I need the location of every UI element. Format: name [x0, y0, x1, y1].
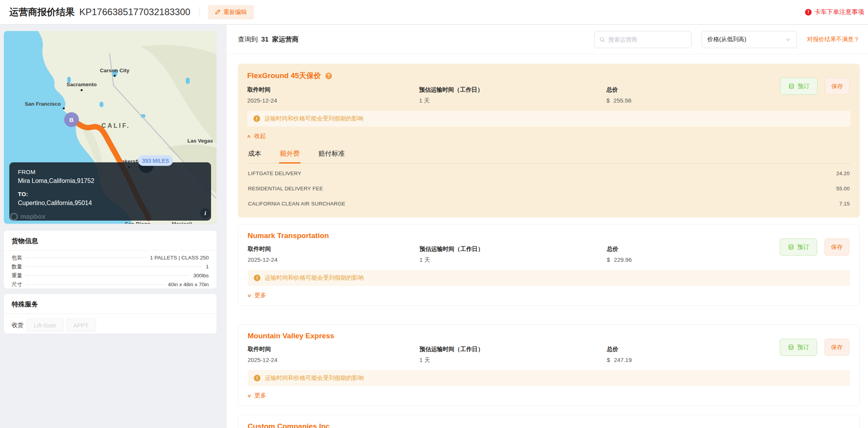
- total-amount: 247.19: [614, 357, 632, 363]
- truck-order-notice-link[interactable]: ! 卡车下单注意事项: [805, 8, 864, 16]
- leader-dots: [26, 257, 146, 258]
- carrier-title-row: FlexGround 45天保价 ?: [247, 71, 851, 81]
- quote-info-row: 取件时间 2025-12-24 预估运输时间（工作日） 1 天 总价 $ 229…: [248, 245, 850, 264]
- cargo-label: 尺寸: [12, 281, 22, 288]
- fee-name: CALIFORNIA CLEAN AIR SURCHARGE: [248, 201, 346, 207]
- transit-col: 预估运输时间（工作日） 1 天: [419, 245, 607, 264]
- currency-symbol: $: [607, 357, 610, 363]
- pickup-date: 2025-12-24: [247, 97, 419, 104]
- fee-row: LIFTGATE DELIVERY 24.20: [247, 166, 851, 181]
- city-label: Mexicali: [172, 221, 192, 224]
- expand-toggle[interactable]: ∨ 更多: [248, 292, 266, 299]
- results-toolbar: 查询到 31 家运营商 价格(从低到高) 对报价结果不满意？: [227, 25, 868, 54]
- tab-compensation[interactable]: 赔付标准: [318, 145, 346, 163]
- holiday-warning-banner: ! 运输时间和价格可能会受到假期的影响: [248, 370, 850, 386]
- cargo-label: 包装: [12, 254, 22, 261]
- more-label: 更多: [255, 292, 266, 299]
- book-label: 预订: [797, 344, 809, 351]
- tab-extra-fees[interactable]: 额外费: [279, 145, 300, 163]
- mapbox-logo-icon: [10, 213, 18, 221]
- special-services-row: 收货 Lift-Gate APPT: [4, 314, 217, 332]
- city-label: San Francisco: [25, 101, 61, 107]
- top-header: 运营商报价结果 KP1766385177032183300 重新编辑 ! 卡车下…: [0, 0, 868, 24]
- fee-name: RESIDENTIAL DELIVERY FEE: [248, 186, 323, 191]
- special-services-title: 特殊服务: [4, 294, 217, 314]
- cargo-row-dimensions: 尺寸 40in x 48in x 70in: [12, 281, 209, 290]
- map-attribution-info-icon[interactable]: i: [200, 208, 210, 218]
- state-label: CALIF.: [101, 122, 130, 129]
- results-panel: 查询到 31 家运营商 价格(从低到高) 对报价结果不满意？ FlexGroun…: [227, 25, 868, 428]
- expand-toggle[interactable]: ∨ 更多: [248, 392, 266, 399]
- city-label: Carson City: [100, 68, 129, 73]
- quote-info-row: 取件时间 2025-12-24 预估运输时间（工作日） 1 天 总价 $ 247…: [248, 346, 850, 364]
- quote-feedback-link[interactable]: 对报价结果不满意？: [807, 36, 859, 43]
- search-input[interactable]: [608, 36, 686, 43]
- coins-icon: [788, 244, 794, 250]
- carrier-name: Mountain Valley Express: [248, 332, 334, 340]
- transit-col: 预估运输时间（工作日） 1 天: [419, 346, 607, 364]
- fee-row: RESIDENTIAL DELIVERY FEE 55.00: [247, 181, 851, 196]
- save-button[interactable]: 保存: [824, 238, 849, 256]
- carrier-title-row: Numark Transportation: [248, 231, 850, 240]
- route-addresses-overlay: FROM Mira Loma,California,91752 TO: Cupe…: [9, 162, 211, 221]
- chevron-down-icon: [786, 37, 791, 42]
- carrier-name: Numark Transportation: [248, 231, 329, 240]
- search-icon: [599, 37, 605, 43]
- distance-badge: 393 MILES: [138, 155, 173, 166]
- fee-amount: 24.20: [836, 171, 850, 176]
- alert-icon: !: [805, 9, 812, 16]
- fee-amount: 7.15: [839, 201, 850, 207]
- reedit-button[interactable]: 重新编辑: [208, 5, 254, 19]
- receiving-label: 收货: [12, 322, 23, 329]
- quote-list: FlexGround 45天保价 ? 预订 保存 取件时间 2025-12-24: [227, 54, 868, 428]
- collapse-label: 收起: [254, 132, 266, 140]
- order-number: KP1766385177032183300: [79, 7, 190, 17]
- carrier-search[interactable]: [594, 31, 692, 48]
- quote-actions: 预订 保存: [780, 339, 849, 356]
- chevron-down-icon: ∨: [247, 393, 251, 398]
- appt-tag: APPT: [66, 318, 96, 332]
- transit-label: 预估运输时间（工作日）: [419, 346, 607, 353]
- transit-label: 预估运输时间（工作日）: [419, 86, 606, 94]
- cargo-value: 1: [206, 264, 209, 270]
- book-label: 预订: [798, 83, 809, 90]
- total-amount: 229.96: [614, 256, 632, 263]
- tab-cost[interactable]: 成本: [247, 145, 262, 163]
- save-button[interactable]: 保存: [824, 339, 849, 356]
- book-button[interactable]: 预订: [780, 339, 817, 356]
- book-button[interactable]: 预订: [780, 238, 817, 256]
- pickup-label: 取件时间: [248, 245, 419, 253]
- city-label: San Diego: [125, 221, 150, 224]
- carrier-name: Custom Companies Inc: [248, 422, 330, 428]
- cargo-row-weight: 重量 300lbs: [12, 272, 209, 281]
- fee-name: LIFTGATE DELIVERY: [248, 171, 301, 176]
- count-prefix: 查询到: [238, 35, 258, 44]
- more-label: 更多: [255, 392, 266, 399]
- carrier-title-row: Mountain Valley Express: [248, 332, 850, 340]
- collapse-toggle[interactable]: ∧ 收起: [247, 132, 266, 140]
- page-title: 运营商报价结果: [9, 6, 75, 18]
- warning-icon: !: [254, 275, 260, 281]
- currency-symbol: $: [607, 256, 610, 263]
- leader-dots: [26, 284, 164, 285]
- transit-days: 1 天: [419, 256, 607, 264]
- quote-actions: 预订 保存: [780, 78, 850, 95]
- coins-icon: [788, 83, 795, 89]
- transit-days: 1 天: [419, 357, 607, 364]
- save-button[interactable]: 保存: [825, 78, 850, 95]
- cargo-row-packaging: 包装 1 PALLETS | CLASS 250: [12, 254, 209, 263]
- route-map[interactable]: Carson City Sacramento San Francisco Las…: [4, 31, 217, 224]
- from-address: Mira Loma,California,91752: [18, 177, 203, 184]
- pickup-date: 2025-12-24: [248, 357, 419, 363]
- help-icon[interactable]: ?: [325, 73, 332, 79]
- quote-card-flexground: FlexGround 45天保价 ? 预订 保存 取件时间 2025-12-24: [238, 64, 860, 217]
- quote-card-numark: Numark Transportation 预订 保存 取件时间 2025-12…: [238, 224, 860, 306]
- quote-detail-tabs: 成本 额外费 赔付标准: [247, 145, 851, 164]
- mapbox-logo-text: mapbox: [20, 213, 45, 221]
- price-sort-select[interactable]: 价格(从低到高): [702, 31, 797, 48]
- chevron-up-icon: ∧: [246, 134, 251, 139]
- from-label: FROM: [18, 169, 203, 175]
- liftgate-tag: Lift-Gate: [26, 318, 64, 332]
- book-button[interactable]: 预订: [780, 78, 817, 95]
- city-label: Las Vegas: [187, 138, 213, 144]
